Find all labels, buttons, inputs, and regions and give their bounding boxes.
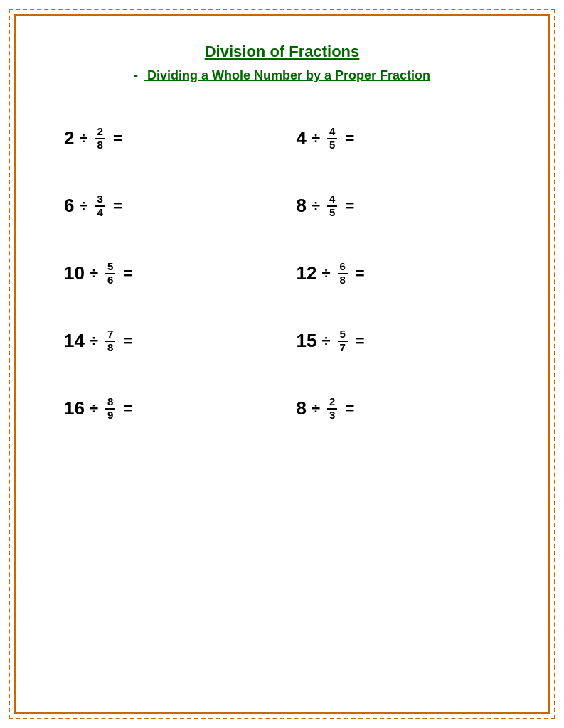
equals-sign-4: = — [345, 197, 354, 215]
numerator-7: 7 — [105, 328, 115, 342]
fraction-7: 7 8 — [105, 328, 115, 353]
numerator-5: 5 — [105, 261, 115, 274]
equals-sign-6: = — [356, 264, 365, 283]
problem-7: 14 ÷ 7 8 = — [64, 328, 268, 353]
denominator-4: 5 — [327, 207, 337, 219]
whole-number-10: 8 — [297, 397, 307, 419]
denominator-7: 8 — [105, 342, 115, 354]
denominator-5: 6 — [105, 274, 115, 287]
equals-sign-7: = — [123, 332, 132, 350]
numerator-1: 2 — [95, 126, 105, 139]
numerator-3: 3 — [95, 193, 105, 207]
problem-9: 16 ÷ 8 9 = — [64, 396, 268, 421]
equals-sign-3: = — [113, 197, 122, 215]
whole-number-7: 14 — [64, 330, 85, 352]
problems-grid: 2 ÷ 2 8 = 4 ÷ 4 5 = 6 ÷ 3 4 = 8 ÷ — [64, 126, 500, 421]
fraction-5: 5 6 — [105, 261, 115, 286]
denominator-6: 8 — [338, 274, 348, 287]
denominator-1: 8 — [95, 139, 105, 151]
problem-4: 8 ÷ 4 5 = — [297, 193, 501, 218]
whole-number-6: 12 — [297, 262, 317, 284]
divide-sign-4: ÷ — [312, 197, 320, 215]
fraction-6: 6 8 — [338, 261, 348, 286]
divide-sign-10: ÷ — [312, 400, 320, 418]
fraction-3: 3 4 — [95, 193, 105, 218]
fraction-4: 4 5 — [327, 193, 337, 218]
numerator-4: 4 — [327, 193, 337, 207]
page-content: Division of Fractions - Dividing a Whole… — [36, 28, 528, 435]
divide-sign-8: ÷ — [321, 332, 330, 350]
problem-2: 4 ÷ 4 5 = — [297, 126, 501, 151]
problem-10: 8 ÷ 2 3 = — [297, 396, 501, 421]
whole-number-3: 6 — [64, 195, 74, 217]
whole-number-8: 15 — [297, 330, 317, 352]
denominator-10: 3 — [327, 410, 337, 422]
subtitle: - Dividing a Whole Number by a Proper Fr… — [64, 68, 500, 83]
divide-sign-1: ÷ — [79, 129, 87, 148]
divide-sign-7: ÷ — [90, 332, 98, 350]
denominator-3: 4 — [95, 207, 105, 219]
denominator-9: 9 — [105, 410, 115, 422]
equals-sign-10: = — [345, 400, 354, 418]
equals-sign-2: = — [345, 129, 354, 148]
divide-sign-3: ÷ — [79, 197, 87, 215]
fraction-8: 5 7 — [338, 328, 348, 353]
whole-number-4: 8 — [297, 195, 307, 217]
equals-sign-9: = — [123, 400, 132, 418]
equals-sign-8: = — [356, 332, 365, 350]
whole-number-2: 4 — [297, 127, 307, 149]
fraction-2: 4 5 — [327, 126, 337, 151]
subtitle-text: Dividing a Whole Number by a Proper Frac… — [147, 68, 430, 82]
problem-5: 10 ÷ 5 6 = — [64, 261, 268, 286]
fraction-1: 2 8 — [95, 126, 105, 151]
problem-1: 2 ÷ 2 8 = — [64, 126, 268, 151]
fraction-10: 2 3 — [327, 396, 337, 421]
divide-sign-9: ÷ — [90, 400, 98, 418]
fraction-9: 8 9 — [105, 396, 115, 421]
numerator-10: 2 — [327, 396, 337, 410]
whole-number-5: 10 — [64, 262, 85, 284]
numerator-8: 5 — [338, 328, 348, 342]
problem-6: 12 ÷ 6 8 = — [297, 261, 501, 286]
divide-sign-2: ÷ — [312, 129, 320, 148]
whole-number-1: 2 — [64, 127, 74, 149]
numerator-2: 4 — [327, 126, 337, 139]
denominator-2: 5 — [327, 139, 337, 151]
divide-sign-5: ÷ — [90, 264, 98, 283]
main-title: Division of Fractions — [64, 43, 500, 61]
equals-sign-1: = — [113, 129, 122, 148]
subtitle-bullet: - — [134, 68, 138, 83]
denominator-8: 7 — [338, 342, 348, 354]
problem-3: 6 ÷ 3 4 = — [64, 193, 268, 218]
numerator-6: 6 — [338, 261, 348, 274]
equals-sign-5: = — [123, 264, 132, 283]
whole-number-9: 16 — [64, 397, 85, 419]
numerator-9: 8 — [105, 396, 115, 410]
problem-8: 15 ÷ 5 7 = — [297, 328, 501, 353]
worksheet-page: Division of Fractions - Dividing a Whole… — [0, 0, 564, 728]
divide-sign-6: ÷ — [321, 264, 330, 283]
